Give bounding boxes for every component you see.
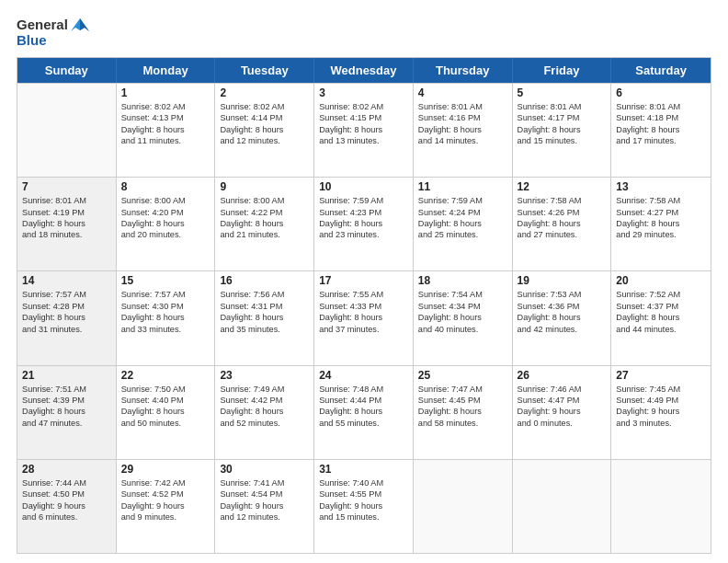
cell-info-line: Sunset: 4:27 PM	[616, 207, 706, 218]
cell-info-line: and 15 minutes.	[319, 511, 408, 523]
cell-info-line: and 58 minutes.	[418, 418, 507, 429]
cell-info-line: and 11 minutes.	[121, 135, 210, 146]
cell-info-line: and 47 minutes.	[22, 418, 111, 429]
cell-info-line: and 55 minutes.	[319, 418, 408, 429]
cell-info-line: and 50 minutes.	[121, 418, 210, 429]
day-number: 5	[518, 86, 607, 99]
calendar-cell	[414, 460, 513, 553]
cell-info-line: Daylight: 8 hours	[220, 312, 309, 323]
cell-info-line: Sunrise: 8:01 AM	[616, 101, 706, 112]
day-number: 10	[319, 180, 408, 193]
cell-info-line: Daylight: 8 hours	[616, 124, 706, 135]
calendar-cell: 9Sunrise: 8:00 AMSunset: 4:22 PMDaylight…	[215, 178, 314, 270]
cell-info-line: Sunset: 4:42 PM	[220, 395, 309, 406]
svg-marker-1	[80, 18, 89, 31]
cell-info-line: Sunset: 4:22 PM	[220, 207, 309, 218]
calendar-cell: 10Sunrise: 7:59 AMSunset: 4:23 PMDayligh…	[314, 178, 414, 270]
cell-info-line: Sunrise: 7:57 AM	[22, 289, 111, 300]
calendar-cell: 5Sunrise: 8:01 AMSunset: 4:17 PMDaylight…	[513, 84, 612, 177]
day-number: 30	[220, 463, 309, 476]
cell-info-line: Daylight: 8 hours	[319, 312, 408, 323]
cell-info-line: Sunrise: 7:58 AM	[518, 195, 607, 206]
cell-info-line: Sunrise: 7:58 AM	[616, 195, 706, 206]
calendar-cell: 25Sunrise: 7:47 AMSunset: 4:45 PMDayligh…	[414, 366, 513, 459]
calendar-cell	[513, 460, 612, 553]
cell-info-line: Sunrise: 7:49 AM	[220, 384, 309, 395]
cell-info-line: Sunrise: 7:54 AM	[418, 289, 507, 300]
cell-info-line: Sunset: 4:55 PM	[319, 488, 408, 500]
calendar-cell: 29Sunrise: 7:42 AMSunset: 4:52 PMDayligh…	[117, 460, 216, 553]
cell-info-line: and 0 minutes.	[518, 418, 607, 429]
cell-info-line: Sunrise: 8:01 AM	[22, 195, 111, 206]
cell-info-line: and 29 minutes.	[616, 229, 706, 240]
cell-info-line: Sunset: 4:28 PM	[22, 301, 111, 312]
day-number: 27	[616, 369, 706, 382]
calendar-cell: 23Sunrise: 7:49 AMSunset: 4:42 PMDayligh…	[215, 366, 314, 459]
cell-info-line: Sunrise: 8:02 AM	[121, 101, 210, 112]
cell-info-line: and 27 minutes.	[518, 229, 607, 240]
cell-info-line: and 37 minutes.	[319, 324, 408, 335]
cell-info-line: and 42 minutes.	[518, 324, 607, 335]
day-number: 31	[319, 463, 408, 476]
cell-info-line: Sunrise: 8:01 AM	[418, 101, 507, 112]
cell-info-line: Sunset: 4:37 PM	[616, 301, 706, 312]
logo-line2: Blue	[17, 32, 47, 48]
cell-info-line: Sunrise: 7:45 AM	[616, 384, 706, 395]
day-number: 13	[616, 180, 706, 193]
calendar-row-2: 14Sunrise: 7:57 AMSunset: 4:28 PMDayligh…	[17, 270, 711, 364]
cell-info-line: Daylight: 8 hours	[121, 312, 210, 323]
cell-info-line: and 9 minutes.	[121, 511, 210, 523]
header-day-wednesday: Wednesday	[314, 58, 414, 83]
day-number: 25	[418, 369, 507, 382]
cell-info-line: Daylight: 8 hours	[418, 406, 507, 417]
cell-info-line: Sunrise: 7:52 AM	[616, 289, 706, 300]
day-number: 9	[220, 180, 309, 193]
cell-info-line: Daylight: 8 hours	[220, 218, 309, 229]
cell-info-line: Sunset: 4:30 PM	[121, 301, 210, 312]
cell-info-line: Sunset: 4:47 PM	[518, 395, 607, 406]
cell-info-line: and 17 minutes.	[616, 135, 706, 146]
cell-info-line: Daylight: 8 hours	[418, 218, 507, 229]
cell-info-line: Sunrise: 7:44 AM	[22, 477, 111, 488]
day-number: 23	[220, 369, 309, 382]
cell-info-line: Sunrise: 7:55 AM	[319, 289, 408, 300]
cell-info-line: Sunrise: 7:59 AM	[418, 195, 507, 206]
logo-bird-icon	[71, 18, 89, 31]
day-number: 1	[121, 86, 210, 99]
cell-info-line: and 44 minutes.	[616, 324, 706, 335]
calendar-cell: 27Sunrise: 7:45 AMSunset: 4:49 PMDayligh…	[611, 366, 711, 459]
cell-info-line: Sunrise: 7:51 AM	[22, 384, 111, 395]
cell-info-line: and 12 minutes.	[220, 511, 309, 523]
cell-info-line: Sunset: 4:50 PM	[22, 488, 111, 500]
cell-info-line: Sunrise: 7:41 AM	[220, 477, 309, 488]
cell-info-line: Sunrise: 7:59 AM	[319, 195, 408, 206]
cell-info-line: Daylight: 8 hours	[518, 312, 607, 323]
cell-info-line: Daylight: 8 hours	[220, 406, 309, 417]
cell-info-line: Daylight: 8 hours	[616, 312, 706, 323]
calendar-cell: 19Sunrise: 7:53 AMSunset: 4:36 PMDayligh…	[513, 271, 612, 364]
calendar-cell: 18Sunrise: 7:54 AMSunset: 4:34 PMDayligh…	[414, 271, 513, 364]
cell-info-line: Daylight: 8 hours	[418, 124, 507, 135]
day-number: 26	[518, 369, 607, 382]
day-number: 22	[121, 369, 210, 382]
calendar-cell: 14Sunrise: 7:57 AMSunset: 4:28 PMDayligh…	[17, 271, 117, 364]
calendar-cell: 26Sunrise: 7:46 AMSunset: 4:47 PMDayligh…	[513, 366, 612, 459]
day-number: 11	[418, 180, 507, 193]
header-day-friday: Friday	[513, 58, 612, 83]
cell-info-line: and 25 minutes.	[418, 229, 507, 240]
cell-info-line: Daylight: 8 hours	[418, 312, 507, 323]
cell-info-line: and 23 minutes.	[319, 229, 408, 240]
cell-info-line: Sunrise: 7:48 AM	[319, 384, 408, 395]
day-number: 14	[22, 274, 111, 287]
cell-info-line: Sunrise: 7:42 AM	[121, 477, 210, 488]
cell-info-line: Sunrise: 7:53 AM	[518, 289, 607, 300]
cell-info-line: Daylight: 8 hours	[121, 218, 210, 229]
calendar-cell: 16Sunrise: 7:56 AMSunset: 4:31 PMDayligh…	[215, 271, 314, 364]
cell-info-line: and 3 minutes.	[616, 418, 706, 429]
calendar-cell: 17Sunrise: 7:55 AMSunset: 4:33 PMDayligh…	[314, 271, 414, 364]
cell-info-line: Sunset: 4:44 PM	[319, 395, 408, 406]
cell-info-line: and 6 minutes.	[22, 511, 111, 523]
cell-info-line: Daylight: 9 hours	[518, 406, 607, 417]
cell-info-line: Sunrise: 8:00 AM	[121, 195, 210, 206]
cell-info-line: Sunset: 4:34 PM	[418, 301, 507, 312]
